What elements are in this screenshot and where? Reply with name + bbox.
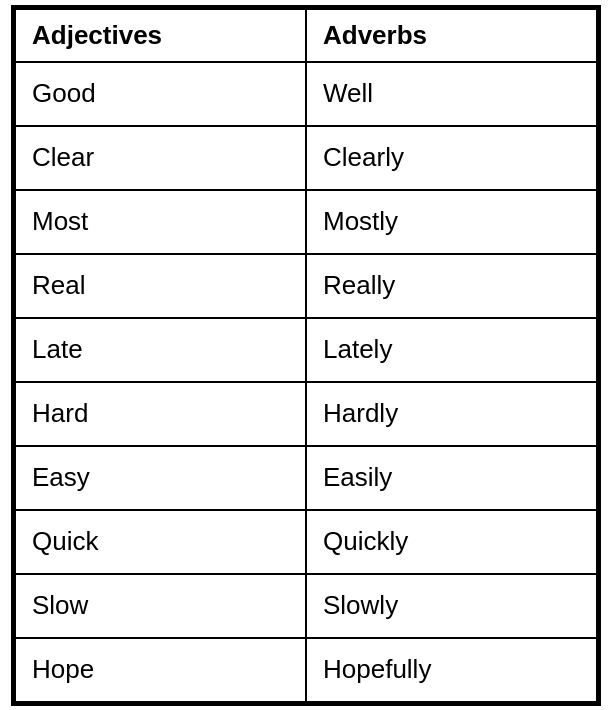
adverb-cell: Lately [306, 318, 597, 382]
adjective-cell: Slow [15, 574, 306, 638]
adjective-cell: Late [15, 318, 306, 382]
table-row: HardHardly [15, 382, 597, 446]
adverb-cell: Clearly [306, 126, 597, 190]
table-row: ClearClearly [15, 126, 597, 190]
table-row: HopeHopefully [15, 638, 597, 702]
adverb-cell: Slowly [306, 574, 597, 638]
adjective-cell: Quick [15, 510, 306, 574]
table-row: EasyEasily [15, 446, 597, 510]
adjective-cell: Hard [15, 382, 306, 446]
adjective-cell: Good [15, 62, 306, 126]
table-row: SlowSlowly [15, 574, 597, 638]
header-adjectives: Adjectives [15, 9, 306, 62]
table-row: RealReally [15, 254, 597, 318]
table-row: MostMostly [15, 190, 597, 254]
adverb-cell: Hardly [306, 382, 597, 446]
adjectives-adverbs-table: Adjectives Adverbs GoodWellClearClearlyM… [14, 8, 598, 703]
adverb-cell: Easily [306, 446, 597, 510]
adjective-cell: Hope [15, 638, 306, 702]
adjective-cell: Clear [15, 126, 306, 190]
adjective-cell: Most [15, 190, 306, 254]
adverb-cell: Well [306, 62, 597, 126]
table-row: GoodWell [15, 62, 597, 126]
adjective-cell: Real [15, 254, 306, 318]
adverb-cell: Really [306, 254, 597, 318]
table-row: QuickQuickly [15, 510, 597, 574]
table-row: LateLately [15, 318, 597, 382]
header-adverbs: Adverbs [306, 9, 597, 62]
adverb-cell: Mostly [306, 190, 597, 254]
adverb-cell: Hopefully [306, 638, 597, 702]
table-header-row: Adjectives Adverbs [15, 9, 597, 62]
adjective-cell: Easy [15, 446, 306, 510]
adverb-cell: Quickly [306, 510, 597, 574]
main-table-container: Adjectives Adverbs GoodWellClearClearlyM… [11, 5, 601, 706]
